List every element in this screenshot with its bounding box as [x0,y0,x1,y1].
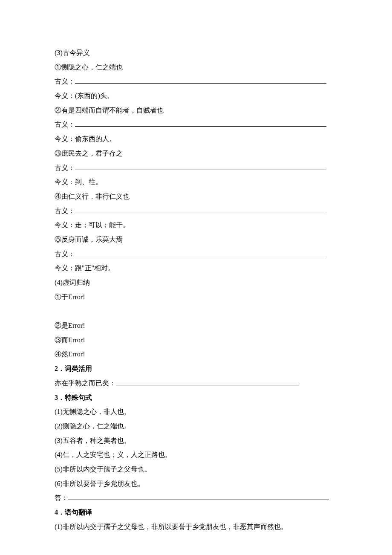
section-4b-header: 4．语句翻译 [55,506,339,520]
blank-field[interactable] [75,205,326,213]
blank-field[interactable] [75,162,326,170]
q1-jin: 今义：(东西的)头。 [55,89,339,104]
s3-3: (3)五谷者，种之美者也。 [55,434,339,448]
q3-gu: 古义： [55,161,339,176]
q4-gu: 古义： [55,204,339,219]
gu-label: 古义： [55,207,75,215]
blank-field[interactable] [75,76,326,84]
xu-1: ①于Error! [55,290,339,305]
q3-jin: 今义：到、往。 [55,175,339,190]
section-2-header: 2．词类活用 [55,362,339,376]
s3-5: (5)非所以内交于孺子之父母也。 [55,462,339,477]
q2-jin: 今义：偷东西的人。 [55,132,339,147]
xu-4: ④然Error! [55,347,339,362]
sec2-prefix: 亦在乎熟之而已矣： [55,379,116,387]
xu-2: ②是Error! [55,319,339,333]
q1-gu: 古义： [55,75,339,89]
blank-field[interactable] [75,119,326,127]
sec2-line: 亦在乎熟之而已矣： [55,376,339,391]
gu-label: 古义： [55,164,75,172]
xu-3: ③而Error! [55,333,339,348]
q3-text: ③庶民去之，君子存之 [55,147,339,161]
section-4-header: (4)虚词归纳 [55,276,339,290]
q2-text: ②有是四端而自谓不能者，自贼者也 [55,104,339,118]
q5-text: ⑤反身而诚，乐莫大焉 [55,233,339,247]
blank-field[interactable] [75,249,326,256]
spacer [55,304,339,319]
s3-2: (2)恻隐之心，仁之端也。 [55,419,339,434]
q4-text: ④由仁义行，非行仁义也 [55,190,339,204]
s3-4: (4)仁，人之安宅也；义，人之正路也。 [55,448,339,462]
section-3-header: (3)古今异义 [55,46,339,61]
answer-label: 答： [55,494,68,502]
s4-1: (1)非所以内交于孺子之父母也，非所以要誉于乡党朋友也，非恶其声而然也。 [55,520,339,535]
answer-line: 答： [55,491,339,506]
blank-field[interactable] [116,378,299,385]
q1-text: ①恻隐之心，仁之端也 [55,61,339,75]
section-3b-header: 3．特殊句式 [55,391,339,405]
q2-gu: 古义： [55,118,339,132]
s3-6: (6)非所以要誉于乡党朋友也。 [55,477,339,491]
q4-jin: 今义：走；可以；能干。 [55,218,339,233]
q5-gu: 古义： [55,247,339,262]
gu-label: 古义： [55,78,75,85]
blank-field[interactable] [68,493,329,500]
s3-1: (1)无恻隐之心，非人也。 [55,405,339,419]
q5-jin: 今义：跟"正"相对。 [55,261,339,276]
gu-label: 古义： [55,250,75,258]
gu-label: 古义： [55,121,75,128]
